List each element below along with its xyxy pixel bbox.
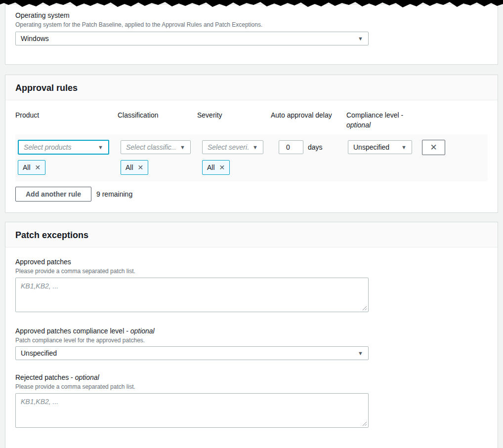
optional-suffix: optional bbox=[130, 327, 155, 335]
caret-down-icon: ▼ bbox=[98, 145, 103, 150]
add-another-rule-button[interactable]: Add another rule bbox=[15, 187, 91, 202]
severity-select[interactable]: Select severi... ▼ bbox=[202, 140, 263, 154]
product-select-placeholder: Select products bbox=[24, 143, 72, 151]
compliance-level-selected-value: Unspecified bbox=[353, 143, 389, 151]
approved-compliance-selected-value: Unspecified bbox=[21, 349, 57, 357]
optional-suffix: optional bbox=[75, 373, 99, 381]
optional-suffix: optional bbox=[346, 121, 371, 129]
classification-token-all: All ✕ bbox=[121, 160, 148, 175]
approved-patches-textarea[interactable] bbox=[15, 278, 369, 312]
page-content: Operating system Operating system for th… bbox=[5, 4, 498, 448]
patch-exceptions-section: Patch exceptions Approved patches Please… bbox=[5, 222, 498, 448]
rejected-patches-field: Rejected patches - optional Please provi… bbox=[15, 373, 488, 429]
approval-rule-row: Select products ▼ Select classific... ▼ … bbox=[15, 134, 488, 181]
approved-patches-label: Approved patches bbox=[15, 257, 488, 266]
rule-column-headers: Product Classification Severity Auto app… bbox=[15, 110, 488, 130]
approval-rules-section: Approval rules Product Classification Se… bbox=[5, 75, 498, 213]
rejected-patches-label: Rejected patches - optional bbox=[15, 373, 488, 382]
classification-select-placeholder: Select classific... bbox=[126, 143, 176, 151]
classification-select[interactable]: Select classific... ▼ bbox=[121, 140, 191, 154]
approved-compliance-description: Patch compliance level for the approved … bbox=[15, 336, 488, 344]
dismiss-icon[interactable]: ✕ bbox=[219, 163, 225, 171]
approved-patches-description: Please provide a comma separated patch l… bbox=[15, 267, 488, 275]
resize-handle[interactable] bbox=[362, 421, 367, 426]
approved-compliance-field: Approved patches compliance level - opti… bbox=[15, 326, 488, 360]
resize-handle[interactable] bbox=[362, 306, 367, 311]
delay-unit-label: days bbox=[308, 140, 323, 154]
compliance-level-select[interactable]: Unspecified ▼ bbox=[348, 140, 412, 154]
column-header-severity: Severity bbox=[197, 110, 271, 130]
product-token-all: All ✕ bbox=[18, 160, 45, 175]
caret-down-icon: ▼ bbox=[180, 145, 185, 150]
column-header-classification: Classification bbox=[118, 110, 197, 130]
rejected-patches-description: Please provide a comma separated patch l… bbox=[15, 383, 488, 391]
column-header-auto-approval-delay: Auto approval delay bbox=[271, 110, 346, 130]
operating-system-select[interactable]: Windows ▼ bbox=[15, 32, 369, 45]
column-header-compliance-level: Compliance level - optional bbox=[346, 110, 488, 130]
operating-system-section: Operating system Operating system for th… bbox=[5, 4, 498, 65]
auto-approval-delay-input[interactable] bbox=[279, 140, 303, 154]
rules-remaining-text: 9 remaining bbox=[96, 190, 132, 198]
approved-compliance-select[interactable]: Unspecified ▼ bbox=[15, 346, 369, 360]
close-icon: ✕ bbox=[430, 143, 437, 152]
patch-exceptions-header: Patch exceptions bbox=[5, 222, 498, 247]
caret-down-icon: ▼ bbox=[401, 145, 407, 150]
operating-system-description: Operating system for the Patch Baseline,… bbox=[15, 21, 488, 29]
column-header-product: Product bbox=[15, 110, 118, 130]
severity-token-all: All ✕ bbox=[202, 160, 230, 175]
approval-rules-header: Approval rules bbox=[5, 75, 498, 100]
caret-down-icon: ▼ bbox=[358, 351, 363, 356]
severity-select-placeholder: Select severi... bbox=[208, 143, 249, 151]
dismiss-icon[interactable]: ✕ bbox=[35, 163, 41, 171]
dismiss-icon[interactable]: ✕ bbox=[138, 163, 144, 171]
caret-down-icon: ▼ bbox=[252, 145, 258, 150]
operating-system-selected-value: Windows bbox=[21, 35, 49, 42]
remove-rule-button[interactable]: ✕ bbox=[422, 140, 445, 155]
patch-exceptions-title: Patch exceptions bbox=[15, 230, 488, 241]
product-select[interactable]: Select products ▼ bbox=[18, 140, 109, 155]
caret-down-icon: ▼ bbox=[358, 36, 363, 41]
approved-compliance-label: Approved patches compliance level - opti… bbox=[15, 326, 488, 335]
rejected-patches-textarea[interactable] bbox=[15, 393, 369, 428]
approved-patches-field: Approved patches Please provide a comma … bbox=[15, 257, 488, 314]
approval-rules-title: Approval rules bbox=[15, 82, 488, 93]
operating-system-label: Operating system bbox=[15, 11, 488, 20]
